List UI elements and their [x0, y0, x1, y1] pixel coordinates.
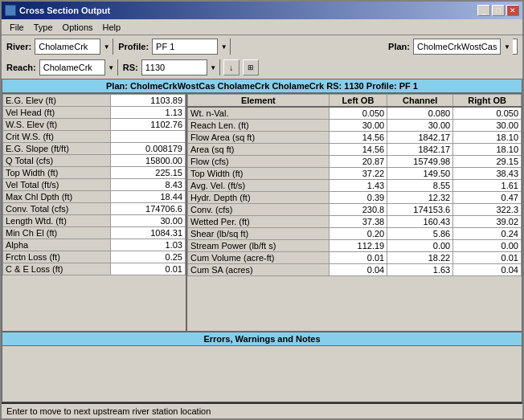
cell-value: 149.50	[387, 168, 453, 180]
row-label: Conv. Total (cfs)	[3, 203, 111, 215]
maximize-button[interactable]: □	[492, 5, 505, 16]
table-row: Area (sq ft)14.561842.1718.10	[188, 144, 522, 156]
maximize-icon: □	[496, 6, 500, 14]
column-header: Element	[188, 95, 330, 108]
reach-dropdown-btn[interactable]: ▼	[104, 59, 117, 75]
menu-type[interactable]: Type	[29, 21, 58, 34]
row-label: C & E Loss (ft)	[3, 263, 111, 275]
menu-options[interactable]: Options	[58, 21, 98, 34]
element-label: Flow (cfs)	[188, 156, 330, 168]
table-row: Q Total (cfs)15800.00	[3, 155, 186, 167]
table-row: Vel Head (ft)1.13	[3, 107, 186, 119]
cell-value: 0.01	[453, 252, 522, 264]
cell-value: 29.15	[453, 156, 522, 168]
cell-value: 14.56	[329, 144, 387, 156]
menu-file[interactable]: File	[5, 21, 29, 34]
cell-value: 0.47	[453, 192, 522, 204]
main-window: Cross Section Output _ □ ✕ File Type Opt…	[0, 0, 524, 420]
minimize-button[interactable]: _	[477, 5, 490, 16]
row-value: 8.43	[111, 179, 186, 191]
rs-dropdown-btn[interactable]: ▼	[207, 59, 219, 75]
profile-combo[interactable]: PF 1 ▼	[152, 39, 231, 55]
cell-value: 0.01	[329, 252, 387, 264]
row-label: Vel Head (ft)	[3, 107, 111, 119]
window-title: Cross Section Output	[19, 6, 110, 15]
table-row: Top Width (ft)225.15	[3, 167, 186, 179]
river-combo[interactable]: CholameCrk ▼	[35, 39, 113, 55]
element-label: Top Width (ft)	[188, 168, 330, 180]
cell-value: 37.22	[329, 168, 387, 180]
row-value: 174706.6	[111, 203, 186, 215]
cell-value: 0.080	[387, 107, 453, 120]
row-value: 1.03	[111, 239, 186, 251]
app-icon	[5, 5, 16, 16]
row-value: 18.44	[111, 191, 186, 203]
reach-combo[interactable]: CholameCrk ▼	[39, 59, 118, 75]
element-label: Conv. (cfs)	[188, 204, 330, 216]
element-label: Reach Len. (ft)	[188, 120, 330, 132]
element-label: Cum SA (acres)	[188, 264, 330, 276]
element-label: Avg. Vel. (ft/s)	[188, 180, 330, 192]
profile-dropdown-btn[interactable]: ▼	[217, 39, 230, 55]
cell-value: 0.00	[387, 240, 453, 252]
cell-value: 0.050	[453, 107, 522, 120]
cell-value: 174153.6	[387, 204, 453, 216]
cell-value: 30.00	[329, 120, 387, 132]
element-label: Cum Volume (acre-ft)	[188, 252, 330, 264]
column-header: Right OB	[453, 95, 522, 108]
row-label: Length Wtd. (ft)	[3, 215, 111, 227]
controls-row2: Reach: CholameCrk ▼ RS: 1130 ▼ ↓ ⊞	[2, 58, 522, 79]
element-label: Area (sq ft)	[188, 144, 330, 156]
title-buttons: _ □ ✕	[477, 5, 519, 16]
profile-control: Profile: PF 1 ▼	[118, 39, 231, 55]
cell-value: 1842.17	[387, 132, 453, 144]
title-bar-left: Cross Section Output	[5, 5, 110, 16]
plan-dropdown-btn[interactable]: ▼	[500, 39, 513, 55]
rs-grid-button[interactable]: ⊞	[243, 59, 259, 75]
cell-value: 0.24	[453, 228, 522, 240]
cell-value: 20.87	[329, 156, 387, 168]
close-button[interactable]: ✕	[506, 5, 519, 16]
profile-value: PF 1	[153, 42, 217, 51]
status-bar: Enter to move to next upstream river sta…	[2, 402, 522, 418]
cell-value: 322.3	[453, 204, 522, 216]
table-row: Wetted Per. (ft)37.38160.4339.02	[188, 216, 522, 228]
menu-help[interactable]: Help	[98, 21, 126, 34]
table-row: Shear (lb/sq ft)0.205.860.24	[188, 228, 522, 240]
close-icon: ✕	[510, 6, 516, 14]
river-label: River:	[6, 42, 31, 51]
left-table: E.G. Elev (ft)1103.89Vel Head (ft)1.13W.…	[2, 94, 187, 331]
river-dropdown-btn[interactable]: ▼	[100, 39, 113, 55]
table-row: Cum Volume (acre-ft)0.0118.220.01	[188, 252, 522, 264]
errors-body	[2, 346, 522, 402]
row-label: Min Ch El (ft)	[3, 227, 111, 239]
reach-value: CholameCrk	[40, 63, 104, 72]
table-row: Flow Area (sq ft)14.561842.1718.10	[188, 132, 522, 144]
column-header: Left OB	[329, 95, 387, 108]
plan-label: Plan:	[388, 42, 410, 51]
element-label: Flow Area (sq ft)	[188, 132, 330, 144]
element-label: Hydr. Depth (ft)	[188, 192, 330, 204]
plan-value: CholmeCrkWostCas	[414, 42, 500, 51]
river-value: CholameCrk	[35, 42, 100, 51]
rs-down-button[interactable]: ↓	[223, 59, 239, 75]
table-row: Reach Len. (ft)30.0030.0030.00	[188, 120, 522, 132]
cell-value: 39.02	[453, 216, 522, 228]
plan-combo[interactable]: CholmeCrkWostCas ▼	[413, 39, 518, 55]
title-bar: Cross Section Output _ □ ✕	[2, 2, 522, 19]
row-value: 30.00	[111, 215, 186, 227]
cell-value: 30.00	[387, 120, 453, 132]
rs-value: 1130	[142, 63, 207, 72]
element-label: Stream Power (lb/ft s)	[188, 240, 330, 252]
main-content: E.G. Elev (ft)1103.89Vel Head (ft)1.13W.…	[2, 93, 522, 332]
cell-value: 18.22	[387, 252, 453, 264]
cell-value: 12.32	[387, 192, 453, 204]
cell-value: 160.43	[387, 216, 453, 228]
row-value: 1102.76	[111, 119, 186, 131]
table-row: W.S. Elev (ft)1102.76	[3, 119, 186, 131]
row-value: 225.15	[111, 167, 186, 179]
table-row: Vel Total (ft/s)8.43	[3, 179, 186, 191]
row-label: Top Width (ft)	[3, 167, 111, 179]
rs-combo[interactable]: 1130 ▼	[141, 59, 220, 75]
table-row: E.G. Elev (ft)1103.89	[3, 95, 186, 107]
